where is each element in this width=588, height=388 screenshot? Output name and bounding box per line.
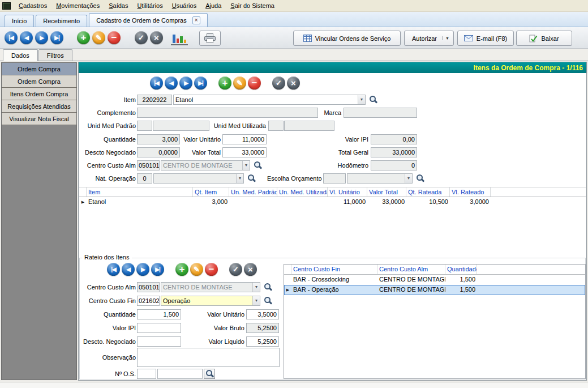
rateio-valor-ipi-field[interactable] [137,323,181,333]
centro-custo-alm-search-icon[interactable] [254,161,262,170]
subtab-filtros[interactable]: Filtros [38,49,72,61]
rateio-centro-custo-alm-code-field[interactable]: 050101 [137,282,160,292]
autorizar-button[interactable]: Autorizar ▼ [404,31,454,46]
escolha-orcamento-code-field[interactable] [323,173,346,184]
col-qt-rateada[interactable]: Qt. Rateada [406,187,450,197]
confirm-button[interactable]: ✓ [135,31,148,44]
menu-item-utilitarios[interactable]: Utilitários [132,1,167,10]
sidebar-item-requisicoes-atendidas[interactable]: Requisições Atendidas [2,100,76,113]
rateio-table-row[interactable]: BAR - Crossdocking CENTRO DE MONTAGE 1,5… [284,275,585,285]
menu-item-saidas[interactable]: Saídas [104,1,132,10]
item-last-button[interactable]: ▶| [194,76,207,89]
menu-item-sair[interactable]: Sair do Sistema [226,1,279,10]
rateio-cancel-button[interactable]: × [244,263,257,276]
rateio-last-button[interactable]: ▶| [151,263,164,276]
sidebar-item-ordem-compra[interactable]: Ordem Compra [2,63,76,75]
valor-total-field[interactable]: 33,0000 [222,147,267,157]
item-edit-button[interactable]: ✎ [233,76,246,89]
sidebar-item-visualizar-nota-fiscal[interactable]: Visualizar Nota Fiscal [2,113,76,125]
delete-button[interactable]: − [108,31,121,44]
vincular-os-button[interactable]: Vincular Ordens de Serviço [293,31,401,46]
rateio-valor-unitario-field[interactable]: 3,5000 [246,309,279,319]
baixar-button[interactable]: Baixar [516,31,572,46]
unid-med-padrao-field[interactable] [153,121,209,131]
quantidade-field[interactable]: 3,000 [137,134,180,144]
app-icon[interactable] [2,2,11,10]
menu-item-cadastros[interactable]: Cadastros [14,1,51,10]
cancel-button[interactable]: × [150,31,163,44]
rateio-add-button[interactable]: + [175,263,188,276]
sidebar-item-itens-ordem-compra[interactable]: Itens Ordem Compra [2,88,76,100]
rateio-prev-button[interactable]: ◀ [122,263,135,276]
rateio-centro-custo-fin-search-icon[interactable] [264,296,272,305]
unid-med-utilizada-code-field[interactable] [268,121,284,131]
rateio-next-button[interactable]: ▶ [136,263,149,276]
item-prev-button[interactable]: ◀ [165,76,178,89]
email-button[interactable]: E-mail (F8) [457,31,514,46]
rateio-quantidade-field[interactable]: 1,500 [137,309,181,319]
close-icon[interactable]: × [192,16,200,24]
rateio-observacao-field[interactable] [137,348,280,367]
col-quantidade[interactable]: Quantidade [445,265,477,274]
sidebar-item-ordem-compra-2[interactable]: Ordem Compra [2,75,76,88]
col-valor-total[interactable]: Valor Total [367,187,406,197]
rateio-valor-liquido-field[interactable]: 5,2500 [246,336,279,347]
rateio-confirm-button[interactable]: ✓ [229,263,242,276]
rateio-descto-negociado-field[interactable] [137,336,181,347]
col-item[interactable]: Item [87,187,193,197]
tab-cadastro-ordem-compras[interactable]: Cadastro de Ordem de Compras × [89,13,208,27]
print-button[interactable] [199,31,221,46]
hodometro-field[interactable]: 0 [371,160,417,170]
rateio-delete-button[interactable]: − [205,263,218,276]
rateio-table-row-selected[interactable]: ▶ BAR - Operação CENTRO DE MONTAGE 1,500 [284,285,585,295]
total-geral-field[interactable]: 33,0000 [371,147,417,157]
rateio-centro-custo-alm-search-icon[interactable] [264,283,272,292]
nat-operacao-combo[interactable]: ▾ [153,173,244,184]
item-first-button[interactable]: |◀ [150,76,163,89]
col-vl-rateado[interactable]: Vl. Rateado [450,187,491,197]
chart-button[interactable] [171,32,188,45]
prev-record-button[interactable]: ◀ [20,31,33,44]
item-confirm-button[interactable]: ✓ [272,76,285,89]
rateio-centro-custo-fin-combo[interactable]: Operação ▾ [161,296,260,306]
menu-item-usuarios[interactable]: Usuários [168,1,201,10]
col-centro-custo-fin[interactable]: Centro Custo Fin [291,265,377,274]
add-button[interactable]: + [77,31,90,44]
rateio-centro-custo-fin-code-field[interactable]: 021602 [137,296,160,306]
unid-med-padrao-code-field[interactable] [137,121,152,131]
valor-ipi-field[interactable]: 0,00 [371,134,417,144]
col-centro-custo-alm[interactable]: Centro Custo Alm [377,265,445,274]
item-add-button[interactable]: + [218,76,231,89]
item-next-button[interactable]: ▶ [179,76,192,89]
item-combo[interactable]: Etanol ▾ [173,95,366,105]
complemento-field[interactable] [137,108,318,118]
rateio-first-button[interactable]: |◀ [107,263,120,276]
col-vl-unitario[interactable]: Vl. Unitário [328,187,367,197]
escolha-orcamento-combo[interactable]: ▾ [347,173,413,184]
centro-custo-alm-code-field[interactable]: 050101 [137,160,160,170]
item-delete-button[interactable]: − [248,76,261,89]
col-un-med-utilizada[interactable]: Un. Med. Utilizada [277,187,328,197]
rateio-os-code-field[interactable] [137,369,156,379]
first-record-button[interactable]: |◀ [5,31,18,44]
valor-unitario-field[interactable]: 11,0000 [222,134,267,144]
col-qt-item[interactable]: Qt. Item [193,187,229,197]
nat-operacao-code-field[interactable]: 0 [137,173,152,184]
tab-recebimento[interactable]: Recebimento [36,15,87,27]
item-cancel-button[interactable]: × [287,76,300,89]
next-record-button[interactable]: ▶ [35,31,48,44]
tab-inicio[interactable]: Início [5,15,34,27]
items-table-row[interactable]: ▶ Etanol 3,000 11,0000 33,0000 10,500 3,… [79,197,586,207]
rateio-os-field[interactable] [157,369,203,379]
col-un-med-padrao[interactable]: Un. Med. Padrão [229,187,277,197]
descto-negociado-field[interactable]: 0,0000 [137,147,180,157]
rateio-centro-custo-alm-combo[interactable]: CENTRO DE MONTAGE ▾ [161,282,260,292]
item-code-field[interactable]: 2202922 [137,95,172,105]
rateio-os-search-button[interactable] [204,369,215,379]
unid-med-utilizada-field[interactable] [284,121,334,131]
subtab-dados[interactable]: Dados [3,49,38,61]
marca-field[interactable] [344,108,417,118]
centro-custo-alm-combo[interactable]: CENTRO DE MONTAGE ▾ [161,160,250,170]
rateio-valor-bruto-field[interactable]: 5,2500 [246,323,279,333]
last-record-button[interactable]: ▶| [50,31,63,44]
